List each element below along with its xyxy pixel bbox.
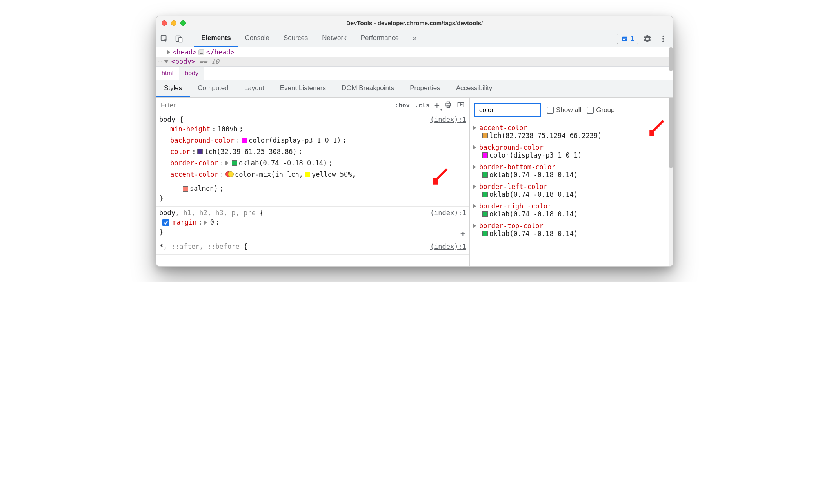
color-swatch-icon[interactable] xyxy=(482,231,488,236)
line-menu-icon[interactable]: ⋯ xyxy=(158,58,163,65)
expand-shorthand-icon[interactable] xyxy=(225,161,229,165)
crumb-body[interactable]: body xyxy=(179,67,204,80)
expand-icon[interactable] xyxy=(473,223,476,228)
collapse-icon[interactable] xyxy=(164,60,169,63)
expand-icon[interactable] xyxy=(473,125,476,130)
svg-marker-13 xyxy=(460,103,462,105)
svg-rect-11 xyxy=(447,106,450,107)
expand-icon[interactable] xyxy=(473,165,476,169)
styles-subtabs: Styles Computed Layout Event Listeners D… xyxy=(156,80,673,98)
computed-item[interactable]: border-right-color oklab(0.74 -0.18 0.14… xyxy=(471,201,673,221)
print-styles-icon[interactable] xyxy=(444,101,452,110)
ellipsis-icon[interactable]: … xyxy=(198,49,204,55)
device-toggle-icon[interactable] xyxy=(173,32,186,45)
subtab-computed[interactable]: Computed xyxy=(190,80,236,97)
color-swatch-icon[interactable] xyxy=(482,172,488,178)
rule-source-link[interactable]: (index):1 xyxy=(430,243,466,250)
expand-icon[interactable] xyxy=(473,204,476,208)
titlebar: DevTools - developer.chrome.com/tags/dev… xyxy=(156,16,673,30)
window-title: DevTools - developer.chrome.com/tags/dev… xyxy=(156,20,673,26)
color-swatch-icon[interactable] xyxy=(305,172,310,177)
color-swatch-icon[interactable] xyxy=(482,152,488,158)
computed-item[interactable]: accent-color lch(82.7238 75.1294 66.2239… xyxy=(471,123,673,143)
crumb-html[interactable]: html xyxy=(156,67,179,80)
rule-selector[interactable]: body { xyxy=(159,116,183,123)
color-swatch-icon[interactable] xyxy=(232,160,237,166)
decl-color[interactable]: color: lch(32.39 61.25 308.86); xyxy=(159,146,466,158)
tab-performance[interactable]: Performance xyxy=(354,30,406,47)
tab-sources[interactable]: Sources xyxy=(276,30,315,47)
color-mix-swatch-icon[interactable] xyxy=(225,170,233,178)
settings-icon[interactable] xyxy=(641,32,654,45)
color-swatch-icon[interactable] xyxy=(183,186,188,192)
inspect-icon[interactable] xyxy=(158,32,171,45)
rule-body[interactable]: body { (index):1 min-height: 100vh; back… xyxy=(156,113,469,207)
declaration-toggle-checkbox[interactable] xyxy=(162,219,169,226)
rule-selector[interactable]: *, ::after, ::before { xyxy=(159,243,247,250)
styles-filter-input[interactable] xyxy=(156,98,390,113)
subtab-styles[interactable]: Styles xyxy=(156,80,190,97)
color-swatch-icon[interactable] xyxy=(197,149,203,154)
issues-badge[interactable]: 1 xyxy=(617,34,638,44)
dom-node-body[interactable]: ⋯ <body> == $0 xyxy=(156,57,673,66)
computed-scrollbar[interactable] xyxy=(669,98,673,266)
separator xyxy=(190,33,190,44)
color-swatch-icon[interactable] xyxy=(482,133,488,138)
computed-item[interactable]: border-top-color oklab(0.74 -0.18 0.14) xyxy=(471,221,673,241)
styles-panel: :hov .cls + xyxy=(156,98,470,266)
style-rules[interactable]: body { (index):1 min-height: 100vh; back… xyxy=(156,113,469,266)
rule-universal[interactable]: *, ::after, ::before { (index):1 xyxy=(156,240,469,255)
main-tabs: Elements Console Sources Network Perform… xyxy=(194,30,424,47)
new-rule-button[interactable]: + xyxy=(434,100,440,110)
subtab-accessibility[interactable]: Accessibility xyxy=(448,80,500,97)
svg-point-7 xyxy=(662,38,664,40)
svg-rect-2 xyxy=(179,37,182,42)
subtab-dom-breakpoints[interactable]: DOM Breakpoints xyxy=(334,80,402,97)
tabs-overflow[interactable]: » xyxy=(406,30,424,47)
svg-rect-10 xyxy=(447,102,450,103)
color-swatch-icon[interactable] xyxy=(482,192,488,197)
rule-body-h1-etc[interactable]: body, h1, h2, h3, p, pre { (index):1 mar… xyxy=(156,207,469,240)
rule-source-link[interactable]: (index):1 xyxy=(430,116,466,123)
panels: :hov .cls + xyxy=(156,98,673,266)
hov-toggle[interactable]: :hov xyxy=(395,102,410,109)
dom-tree[interactable]: <head> … </head> ⋯ <body> == $0 xyxy=(156,47,673,66)
decl-accent-color[interactable]: accent-color: color-mix(in lch, yellow 5… xyxy=(159,169,466,195)
computed-item[interactable]: background-color color(display-p3 1 0 1) xyxy=(471,143,673,162)
computed-item[interactable]: border-left-color oklab(0.74 -0.18 0.14) xyxy=(471,182,673,201)
computed-filter-input[interactable] xyxy=(474,103,541,117)
add-declaration-button[interactable]: + xyxy=(460,228,465,238)
show-all-checkbox[interactable]: Show all xyxy=(547,106,581,114)
rule-source-link[interactable]: (index):1 xyxy=(430,209,466,217)
expand-shorthand-icon[interactable] xyxy=(204,220,207,225)
dom-head-close: </head> xyxy=(206,48,235,56)
color-swatch-icon[interactable] xyxy=(242,138,247,143)
tab-console[interactable]: Console xyxy=(238,30,276,47)
expand-icon[interactable] xyxy=(167,50,170,54)
subtab-layout[interactable]: Layout xyxy=(236,80,272,97)
devtools-window: DevTools - developer.chrome.com/tags/dev… xyxy=(156,16,673,267)
dom-node-head[interactable]: <head> … </head> xyxy=(156,47,673,57)
decl-background-color[interactable]: background-color: color(display-p3 1 0 1… xyxy=(159,135,466,146)
computed-item[interactable]: border-bottom-color oklab(0.74 -0.18 0.1… xyxy=(471,162,673,182)
decl-margin[interactable]: margin: 0; xyxy=(159,217,466,228)
group-checkbox[interactable]: Group xyxy=(587,106,614,114)
render-panel-icon[interactable] xyxy=(457,101,465,110)
dom-scrollbar[interactable] xyxy=(669,47,673,66)
subtab-properties[interactable]: Properties xyxy=(402,80,448,97)
svg-rect-9 xyxy=(446,103,451,106)
decl-border-color[interactable]: border-color: oklab(0.74 -0.18 0.14); xyxy=(159,158,466,169)
selection-marker: == $0 xyxy=(199,58,219,65)
tab-network[interactable]: Network xyxy=(315,30,353,47)
computed-panel: Show all Group accent-color lch(82.7238 … xyxy=(470,98,673,266)
subtab-event-listeners[interactable]: Event Listeners xyxy=(272,80,334,97)
rule-selector[interactable]: body, h1, h2, h3, p, pre { xyxy=(159,209,264,217)
more-icon[interactable] xyxy=(656,32,670,45)
expand-icon[interactable] xyxy=(473,145,476,150)
decl-min-height[interactable]: min-height: 100vh; xyxy=(159,123,466,135)
cls-toggle[interactable]: .cls xyxy=(414,102,430,109)
tab-elements[interactable]: Elements xyxy=(194,30,238,47)
expand-icon[interactable] xyxy=(473,184,476,189)
color-swatch-icon[interactable] xyxy=(482,211,488,217)
computed-properties[interactable]: accent-color lch(82.7238 75.1294 66.2239… xyxy=(470,123,673,266)
